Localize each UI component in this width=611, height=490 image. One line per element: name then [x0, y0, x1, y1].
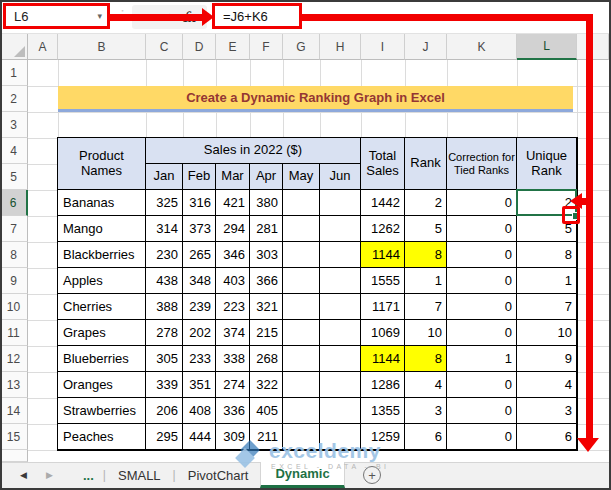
- cell-correction[interactable]: 0: [447, 190, 517, 216]
- cell-month[interactable]: 215: [250, 320, 283, 346]
- column-header-c[interactable]: C: [146, 34, 183, 60]
- cell-rank[interactable]: 5: [405, 216, 447, 242]
- cell-unique[interactable]: 4: [517, 372, 577, 398]
- cell-month[interactable]: [283, 216, 320, 242]
- cell-product[interactable]: Strawberries: [58, 398, 146, 424]
- sheet-nav-right-icon[interactable]: ▶: [46, 462, 53, 488]
- cell-month[interactable]: 336: [216, 398, 250, 424]
- row-header-5[interactable]: 5: [0, 164, 28, 190]
- table-header-total[interactable]: Total Sales: [361, 138, 405, 190]
- cell-month[interactable]: 339: [146, 372, 183, 398]
- cell-month[interactable]: 281: [250, 216, 283, 242]
- formula-input[interactable]: =J6+K6: [212, 3, 302, 29]
- cell-month[interactable]: 321: [250, 294, 283, 320]
- cell-month[interactable]: 325: [146, 190, 183, 216]
- cell-rank[interactable]: 6: [405, 424, 447, 450]
- cell-month[interactable]: 202: [183, 320, 216, 346]
- cell-month[interactable]: [283, 268, 320, 294]
- cell-month[interactable]: [283, 346, 320, 372]
- cell-rank[interactable]: 2: [405, 190, 447, 216]
- cell-month[interactable]: 268: [250, 346, 283, 372]
- table-header-month-feb[interactable]: Feb: [183, 164, 216, 190]
- cell-product[interactable]: Peaches: [58, 424, 146, 450]
- table-header-month-jan[interactable]: Jan: [146, 164, 183, 190]
- column-header-k[interactable]: K: [447, 34, 517, 60]
- cell-month[interactable]: [320, 372, 361, 398]
- cell-month[interactable]: 314: [146, 216, 183, 242]
- row-header-15[interactable]: 15: [0, 424, 28, 450]
- cell-month[interactable]: 239: [183, 294, 216, 320]
- row-header-2[interactable]: 2: [0, 86, 28, 112]
- cell-month[interactable]: [283, 294, 320, 320]
- title-banner[interactable]: Create a Dynamic Ranking Graph in Excel: [58, 86, 573, 112]
- column-header-a[interactable]: A: [28, 34, 58, 60]
- cell-month[interactable]: 230: [146, 242, 183, 268]
- column-header-l[interactable]: L: [517, 34, 577, 60]
- sheet-nav-left-icon[interactable]: ◀: [20, 462, 27, 488]
- cell-product[interactable]: Oranges: [58, 372, 146, 398]
- cell-month[interactable]: 374: [216, 320, 250, 346]
- cell-month[interactable]: 366: [250, 268, 283, 294]
- table-header-month-jun[interactable]: Jun: [320, 164, 361, 190]
- table-header-correction[interactable]: Correction for Tied Ranks: [447, 138, 517, 190]
- cell-month[interactable]: 322: [250, 372, 283, 398]
- cell-month[interactable]: 438: [146, 268, 183, 294]
- cell-correction[interactable]: 0: [447, 424, 517, 450]
- cell-month[interactable]: 348: [183, 268, 216, 294]
- row-header-8[interactable]: 8: [0, 242, 28, 268]
- cell-rank[interactable]: 8: [405, 346, 447, 372]
- cell-month[interactable]: 346: [216, 242, 250, 268]
- cell-rank[interactable]: 7: [405, 294, 447, 320]
- cell-month[interactable]: [320, 320, 361, 346]
- cell-month[interactable]: [320, 190, 361, 216]
- cell-month[interactable]: [283, 190, 320, 216]
- row-header-12[interactable]: 12: [0, 346, 28, 372]
- table-header-month-mar[interactable]: Mar: [216, 164, 250, 190]
- cell-month[interactable]: [283, 320, 320, 346]
- cell-total[interactable]: 1555: [361, 268, 405, 294]
- cell-unique[interactable]: 10: [517, 320, 577, 346]
- cell-month[interactable]: [320, 268, 361, 294]
- column-header-i[interactable]: I: [361, 34, 405, 60]
- cell-month[interactable]: [283, 242, 320, 268]
- cell-month[interactable]: 223: [216, 294, 250, 320]
- column-header-f[interactable]: F: [250, 34, 283, 60]
- cell-rank[interactable]: 3: [405, 398, 447, 424]
- cell-correction[interactable]: 0: [447, 294, 517, 320]
- cell-correction[interactable]: 1: [447, 346, 517, 372]
- cell-total[interactable]: 1069: [361, 320, 405, 346]
- select-all-corner[interactable]: [0, 34, 28, 60]
- sheet-tab-[interactable]: ...: [74, 462, 103, 488]
- table-header-month-may[interactable]: May: [283, 164, 320, 190]
- table-header-month-apr[interactable]: Apr: [250, 164, 283, 190]
- row-header-1[interactable]: 1: [0, 60, 28, 86]
- cell-total[interactable]: 1442: [361, 190, 405, 216]
- cell-month[interactable]: 265: [183, 242, 216, 268]
- table-header-unique[interactable]: Unique Rank: [517, 138, 577, 190]
- cell-correction[interactable]: 0: [447, 398, 517, 424]
- cell-unique[interactable]: 7: [517, 294, 577, 320]
- cell-month[interactable]: 421: [216, 190, 250, 216]
- cell-month[interactable]: [320, 346, 361, 372]
- row-header-13[interactable]: 13: [0, 372, 28, 398]
- cell-month[interactable]: 373: [183, 216, 216, 242]
- cell-month[interactable]: 388: [146, 294, 183, 320]
- cell-total[interactable]: 1262: [361, 216, 405, 242]
- cell-month[interactable]: [283, 398, 320, 424]
- cell-rank[interactable]: 10: [405, 320, 447, 346]
- cell-month[interactable]: [320, 242, 361, 268]
- cell-rank[interactable]: 1: [405, 268, 447, 294]
- cell-correction[interactable]: 0: [447, 268, 517, 294]
- cell-month[interactable]: [320, 294, 361, 320]
- column-header-e[interactable]: E: [216, 34, 250, 60]
- cell-total[interactable]: 1144: [361, 346, 405, 372]
- table-header-rank[interactable]: Rank: [405, 138, 447, 190]
- column-header-g[interactable]: G: [283, 34, 320, 60]
- table-header-sales-group[interactable]: Sales in 2022 ($): [146, 138, 361, 164]
- cell-product[interactable]: Bananas: [58, 190, 146, 216]
- cell-correction[interactable]: 0: [447, 372, 517, 398]
- cell-month[interactable]: 338: [216, 346, 250, 372]
- cell-month[interactable]: [283, 372, 320, 398]
- table-header-product[interactable]: Product Names: [58, 138, 146, 190]
- row-header-11[interactable]: 11: [0, 320, 28, 346]
